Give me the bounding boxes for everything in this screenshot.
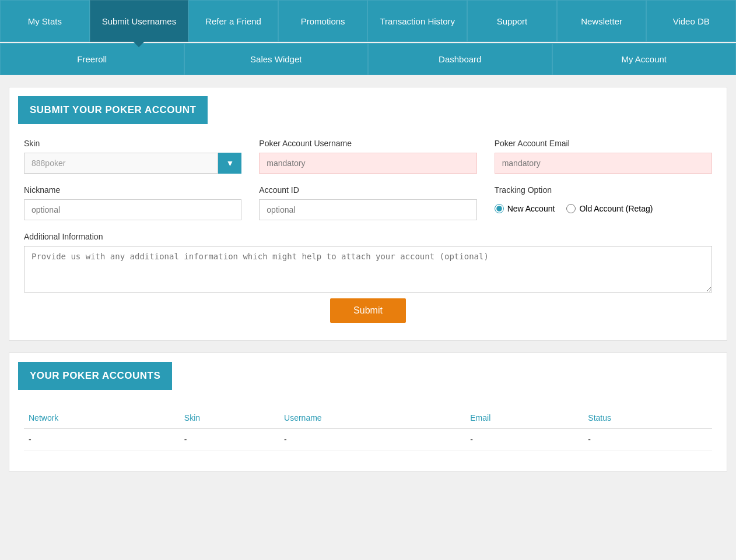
username-input[interactable] [259, 153, 476, 174]
email-input[interactable] [495, 153, 712, 174]
table-row: - - - - - [24, 429, 712, 450]
additional-info-input[interactable] [24, 246, 712, 293]
secondary-navigation: Freeroll Sales Widget Dashboard My Accou… [0, 43, 736, 75]
nav-promotions[interactable]: Promotions [278, 0, 368, 42]
nav-dashboard[interactable]: Dashboard [368, 43, 552, 75]
submit-account-section: SUBMIT YOUR POKER ACCOUNT Skin ▼ Poker A… [9, 87, 727, 341]
col-username: Username [279, 407, 465, 429]
nav-refer-a-friend[interactable]: Refer a Friend [188, 0, 278, 42]
cell-skin: - [180, 429, 279, 450]
nickname-group: Nickname [24, 185, 241, 220]
tracking-old-account[interactable]: Old Account (Retag) [566, 204, 653, 213]
top-navigation: My Stats Submit Usernames Refer a Friend… [0, 0, 736, 42]
col-network: Network [24, 407, 180, 429]
col-email: Email [465, 407, 583, 429]
skin-input[interactable] [24, 153, 218, 174]
account-id-group: Account ID [259, 185, 476, 220]
submit-section-header: SUBMIT YOUR POKER ACCOUNT [18, 96, 208, 124]
submit-button[interactable]: Submit [330, 298, 406, 323]
skin-dropdown-button[interactable]: ▼ [218, 153, 241, 174]
tracking-label: Tracking Option [495, 185, 712, 195]
cell-network: - [24, 429, 180, 450]
form-row-1: Skin ▼ Poker Account Username Poker Acco… [24, 139, 712, 174]
cell-email: - [465, 429, 583, 450]
nav-video-db[interactable]: Video DB [646, 0, 736, 42]
form-row-2: Nickname Account ID Tracking Option New … [24, 185, 712, 220]
tracking-new-account[interactable]: New Account [495, 204, 555, 213]
tracking-old-radio[interactable] [566, 204, 576, 213]
page-content: SUBMIT YOUR POKER ACCOUNT Skin ▼ Poker A… [0, 75, 736, 483]
tracking-new-label: New Account [507, 204, 555, 213]
submit-form: Skin ▼ Poker Account Username Poker Acco… [9, 133, 727, 340]
nav-my-account[interactable]: My Account [552, 43, 737, 75]
accounts-section-header: YOUR POKER ACCOUNTS [18, 362, 172, 390]
nav-submit-usernames[interactable]: Submit Usernames [90, 0, 189, 42]
username-group: Poker Account Username [259, 139, 476, 174]
nickname-label: Nickname [24, 185, 241, 195]
account-id-input[interactable] [259, 199, 476, 220]
nav-sales-widget[interactable]: Sales Widget [184, 43, 369, 75]
skin-label: Skin [24, 139, 241, 148]
skin-group: Skin ▼ [24, 139, 241, 174]
additional-info-group: Additional Information [24, 232, 712, 293]
accounts-table: Network Skin Username Email Status - - -… [24, 407, 712, 450]
account-id-label: Account ID [259, 185, 476, 195]
email-group: Poker Account Email [495, 139, 712, 174]
nickname-input[interactable] [24, 199, 241, 220]
poker-accounts-section: YOUR POKER ACCOUNTS Network Skin Usernam… [9, 353, 727, 471]
nav-my-stats[interactable]: My Stats [0, 0, 90, 42]
cell-username: - [279, 429, 465, 450]
nav-support[interactable]: Support [467, 0, 557, 42]
table-header-row: Network Skin Username Email Status [24, 407, 712, 429]
chevron-down-icon: ▼ [226, 159, 234, 168]
col-skin: Skin [180, 407, 279, 429]
nav-transaction-history[interactable]: Transaction History [367, 0, 467, 42]
cell-status: - [583, 429, 712, 450]
username-label: Poker Account Username [259, 139, 476, 148]
skin-select-wrapper: ▼ [24, 153, 241, 174]
nav-freeroll[interactable]: Freeroll [0, 43, 184, 75]
additional-info-label: Additional Information [24, 232, 712, 241]
nav-newsletter[interactable]: Newsletter [557, 0, 647, 42]
tracking-radio-group: New Account Old Account (Retag) [495, 199, 712, 213]
submit-row: Submit [24, 298, 712, 323]
accounts-table-wrapper: Network Skin Username Email Status - - -… [9, 399, 727, 459]
tracking-option-group: Tracking Option New Account Old Account … [495, 185, 712, 220]
tracking-new-radio[interactable] [495, 204, 504, 213]
email-label: Poker Account Email [495, 139, 712, 148]
col-status: Status [583, 407, 712, 429]
tracking-old-label: Old Account (Retag) [579, 204, 653, 213]
